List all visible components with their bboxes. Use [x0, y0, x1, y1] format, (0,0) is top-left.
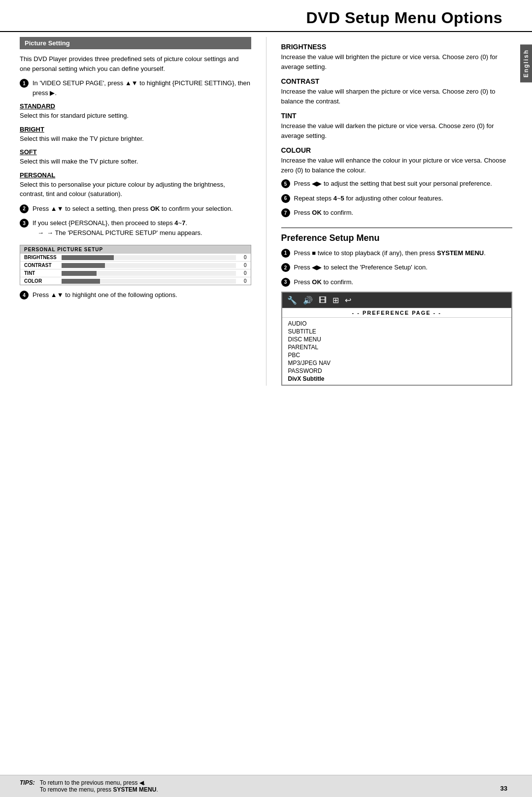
wrench-icon: 🔧 [287, 296, 297, 305]
contrast-text: Increase the value will sharpen the pict… [281, 87, 513, 106]
step-5: 5 Press ◀▶ to adjust the setting that be… [281, 179, 513, 189]
step-6-text: Repeat steps 4~5 for adjusting other col… [294, 194, 443, 203]
pref-step-1-number: 1 [281, 249, 290, 258]
setup-bar-bg [62, 279, 236, 284]
footer-line-2: To remove the menu, press SYSTEM MENU. [40, 786, 158, 793]
pref-step-2: 2 Press ◀▶ to select the 'Preference Set… [281, 263, 513, 272]
pref-menu-item: AUDIO [288, 320, 506, 328]
step-3-arrow: → → The 'PERSONAL PICTURE SETUP' menu ap… [37, 228, 202, 238]
setup-box-header: PERSONAL PICTURE SETUP [20, 245, 251, 254]
step-2: 2 Press ▲▼ to select a setting, then pre… [20, 204, 251, 214]
tint-text: Increase the value will darken the pictu… [281, 121, 513, 140]
soft-text: Select this will make the TV picture sof… [20, 157, 251, 166]
english-tab: English [520, 44, 532, 82]
setup-row: CONTRAST 0 [20, 261, 251, 269]
pref-title: Preference Setup Menu [281, 233, 513, 243]
arrow-icon: ↩ [345, 296, 351, 305]
personal-picture-setup-box: PERSONAL PICTURE SETUP BRIGHTNESS 0 CONT… [20, 245, 251, 285]
step-7: 7 Press OK to confirm. [281, 208, 513, 218]
speaker-icon: 🔊 [303, 296, 313, 305]
brightness-text: Increase the value will brighten the pic… [281, 52, 513, 71]
step-5-number: 5 [281, 179, 290, 188]
step-5-text: Press ◀▶ to adjust the setting that best… [294, 179, 492, 189]
preference-section: Preference Setup Menu 1 Press ■ twice to… [281, 228, 513, 386]
page-title: DVD Setup Menu Options [30, 9, 502, 27]
step-1-text: In 'VIDEO SETUP PAGE', press ▲▼ to highl… [33, 78, 251, 98]
pref-menu-item: SUBTITLE [288, 328, 506, 335]
pref-step-1: 1 Press ■ twice to stop playback (if any… [281, 248, 513, 258]
setup-row: TINT 0 [20, 269, 251, 277]
pref-menu-item: PARENTAL [288, 343, 506, 351]
pref-menu-item: DivX Subtitle [288, 375, 506, 383]
step-3-text: If you select {PERSONAL}, then proceed t… [33, 218, 202, 240]
setup-row-label: COLOR [24, 278, 59, 284]
bright-heading: BRIGHT [20, 126, 251, 133]
setup-bar-bg [62, 263, 236, 268]
step-4-text: Press ▲▼ to highlight one of the followi… [33, 290, 177, 300]
intro-text: This DVD Player provides three predefine… [20, 54, 251, 73]
main-content: Picture Setting This DVD Player provides… [0, 37, 532, 386]
setup-row-label: TINT [24, 270, 59, 276]
setup-row-value: 0 [239, 255, 247, 260]
page-header: DVD Setup Menu Options [0, 0, 532, 32]
soft-heading: SOFT [20, 148, 251, 156]
bright-text: Select this will make the TV picture bri… [20, 134, 251, 144]
step-1-number: 1 [20, 79, 29, 88]
pref-menu-item: PASSWORD [288, 367, 506, 375]
step-7-text: Press OK to confirm. [294, 208, 354, 218]
personal-heading: PERSONAL [20, 171, 251, 179]
step-6-number: 6 [281, 194, 290, 203]
setup-row-value: 0 [239, 270, 247, 276]
setup-bar-fill [62, 279, 100, 284]
standard-heading: STANDARD [20, 102, 251, 110]
step-6: 6 Repeat steps 4~5 for adjusting other c… [281, 194, 513, 203]
setup-row: COLOR 0 [20, 277, 251, 285]
step-2-number: 2 [20, 204, 29, 213]
pref-step-3: 3 Press OK to confirm. [281, 277, 513, 287]
footer-tips: TIPS: To return to the previous menu, pr… [20, 779, 512, 793]
setup-row: BRIGHTNESS 0 [20, 254, 251, 261]
film-icon: 🎞 [319, 296, 327, 305]
pref-step-2-text: Press ◀▶ to select the 'Preference Setup… [294, 263, 428, 272]
grid-icon: ⊞ [332, 296, 339, 305]
step-4: 4 Press ▲▼ to highlight one of the follo… [20, 290, 251, 300]
standard-text: Select this for standard picture setting… [20, 111, 251, 121]
right-column: BRIGHTNESS Increase the value will brigh… [266, 37, 513, 386]
pref-menu-item: MP3/JPEG NAV [288, 359, 506, 367]
personal-text: Select this to personalise your picture … [20, 180, 251, 199]
setup-rows: BRIGHTNESS 0 CONTRAST 0 TINT 0 COLOR 0 [20, 254, 251, 285]
tint-heading: TINT [281, 112, 513, 120]
pref-step-2-number: 2 [281, 263, 290, 272]
section-title: Picture Setting [20, 37, 251, 49]
tips-label: TIPS: [20, 779, 35, 793]
setup-bar-bg [62, 271, 236, 276]
pref-menu-icons-row: 🔧 🔊 🎞 ⊞ ↩ [282, 293, 512, 308]
setup-bar-bg [62, 255, 236, 260]
setup-bar-fill [62, 263, 105, 268]
setup-row-label: BRIGHTNESS [24, 255, 59, 260]
setup-bar-fill [62, 255, 114, 260]
left-column: Picture Setting This DVD Player provides… [20, 37, 266, 386]
setup-bar-fill [62, 271, 97, 276]
pref-menu-item: DISC MENU [288, 335, 506, 343]
step-2-text: Press ▲▼ to select a setting, then press… [33, 204, 233, 214]
footer-lines: To return to the previous menu, press ◀.… [40, 779, 158, 793]
pref-menu-item: PBC [288, 351, 506, 359]
brightness-heading: BRIGHTNESS [281, 43, 513, 51]
setup-row-value: 0 [239, 278, 247, 284]
step-3: 3 If you select {PERSONAL}, then proceed… [20, 218, 251, 240]
setup-row-value: 0 [239, 263, 247, 268]
preference-menu-box: 🔧 🔊 🎞 ⊞ ↩ - - PREFERENCE PAGE - - AUDIOS… [281, 292, 513, 386]
pref-step-3-text: Press OK to confirm. [294, 277, 354, 287]
footer-bar: TIPS: To return to the previous menu, pr… [0, 775, 532, 797]
colour-text: Increase the value will enhance the colo… [281, 156, 513, 175]
page-number: 33 [500, 785, 507, 792]
step-7-number: 7 [281, 208, 290, 217]
step-1: 1 In 'VIDEO SETUP PAGE', press ▲▼ to hig… [20, 78, 251, 98]
pref-menu-items: AUDIOSUBTITLEDISC MENUPARENTALPBCMP3/JPE… [282, 318, 512, 385]
pref-menu-title: - - PREFERENCE PAGE - - [282, 308, 512, 318]
contrast-heading: CONTRAST [281, 77, 513, 85]
step-3-number: 3 [20, 219, 29, 228]
pref-step-3-number: 3 [281, 278, 290, 287]
colour-heading: COLOUR [281, 146, 513, 154]
